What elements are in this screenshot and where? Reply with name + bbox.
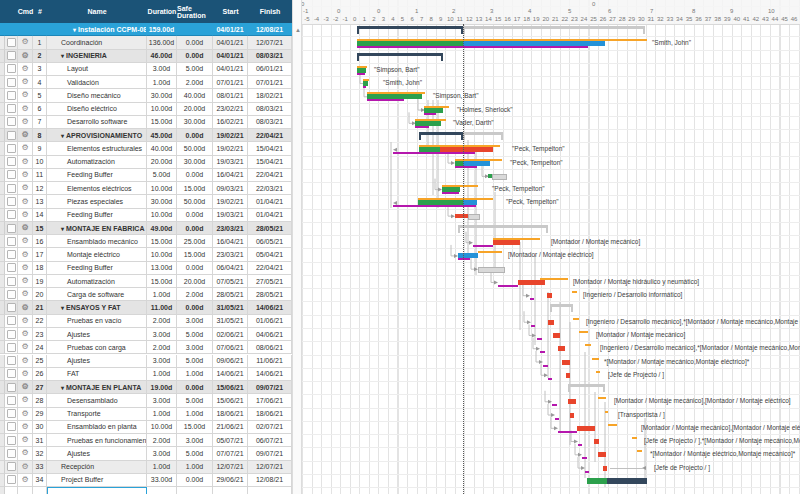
table-group-row[interactable]: ⚙21▾ENSAYOS Y FAT11.00d0.00d31/05/2114/0… [0,301,292,314]
table-row[interactable]: ▾Instalación CCPM-08159.00d04/01/2112/08… [0,23,292,36]
expand-caret-icon[interactable]: ▾ [61,384,64,391]
gantt-bar[interactable] [518,280,545,285]
summary-bar[interactable] [419,132,463,135]
row-checkbox[interactable] [7,91,16,100]
gantt-bar[interactable] [363,86,366,88]
gantt-bar[interactable] [603,466,607,471]
vertical-scrollbar[interactable]: ▲ [292,0,302,494]
gantt-bar[interactable] [558,346,565,351]
row-checkbox[interactable] [7,144,16,153]
table-row[interactable]: ⚙14Feeding Buffer10.00d0.00d19/03/2101/0… [0,209,292,222]
row-settings-gear-icon[interactable]: ⚙ [21,396,28,404]
gantt-bar[interactable] [468,214,480,220]
table-group-row[interactable]: ⚙2▾INGENIERIA46.00d0.00d04/01/2108/03/21 [0,50,292,63]
row-checkbox[interactable] [7,409,16,418]
table-row[interactable]: ⚙34Project Buffer33.00d0.00d29/06/2112/0… [0,474,292,487]
row-settings-gear-icon[interactable]: ⚙ [21,357,28,365]
expand-caret-icon[interactable]: ▾ [73,26,76,33]
gantt-bar[interactable] [367,99,404,101]
gantt-bar[interactable] [608,424,617,426]
gantt-bar[interactable] [537,338,542,340]
column-header-cmd[interactable]: Cmd [18,0,33,23]
gantt-bar[interactable] [493,240,520,245]
row-checkbox[interactable] [7,422,16,431]
table-row[interactable]: ⚙30Ensamblado en planta10.00d15.00d21/06… [0,421,292,434]
gantt-bar[interactable] [540,351,545,353]
row-settings-gear-icon[interactable]: ⚙ [21,65,28,73]
summary-bar[interactable] [643,26,645,34]
gantt-bar[interactable] [458,258,470,260]
table-row[interactable]: ⚙6Diseño eléctrico10.00d20.00d23/02/2108… [0,103,292,116]
gantt-bar[interactable] [637,450,642,452]
summary-bar[interactable] [463,26,645,29]
row-checkbox[interactable] [7,303,16,312]
row-settings-gear-icon[interactable]: ⚙ [21,264,28,272]
row-settings-gear-icon[interactable]: ⚙ [21,277,28,285]
gantt-bar[interactable] [605,411,608,413]
gantt-bar[interactable] [568,399,576,404]
row-settings-gear-icon[interactable]: ⚙ [21,78,28,86]
table-row[interactable]: ⚙28Desensamblado3.00d5.00d15/06/2117/06/… [0,394,292,407]
table-row[interactable]: ⚙12Elementos eléctricos10.00d15.00d09/03… [0,182,292,195]
row-checkbox[interactable] [7,237,16,246]
gantt-bar[interactable] [498,285,518,287]
summary-bar[interactable] [568,384,605,387]
table-row[interactable]: ⚙25Ajustes3.00d5.00d09/06/2111/06/21 [0,355,292,368]
row-checkbox[interactable] [7,104,16,113]
summary-bar[interactable] [546,225,548,233]
row-settings-gear-icon[interactable]: ⚙ [21,383,28,391]
gantt-bar[interactable] [577,426,595,431]
table-row[interactable]: ⚙20Carga de software1.00d2.00d28/05/2128… [0,288,292,301]
table-row[interactable]: ⚙1Coordinación136.00d0.00d04/01/2112/07/… [0,36,292,49]
row-settings-gear-icon[interactable]: ⚙ [21,237,28,245]
row-checkbox[interactable] [7,436,16,445]
gantt-bar[interactable] [548,378,552,380]
row-checkbox[interactable] [7,343,16,352]
row-checkbox[interactable] [7,290,16,299]
row-checkbox[interactable] [7,316,16,325]
table-row[interactable]: ⚙7Desarrollo software15.00d30.00d16/02/2… [0,116,292,129]
gantt-bar[interactable] [587,478,607,484]
row-settings-gear-icon[interactable]: ⚙ [21,224,28,232]
row-checkbox[interactable] [7,78,16,87]
gantt-bar[interactable] [582,457,587,459]
summary-bar[interactable] [458,225,460,233]
summary-bar[interactable] [357,26,359,34]
gantt-bar[interactable] [572,291,577,293]
summary-bar[interactable] [357,53,443,56]
table-row[interactable]: ⚙17Montaje eléctrico10.00d15.00d23/03/21… [0,248,292,261]
gantt-bar[interactable] [578,444,582,446]
table-row[interactable]: ⚙26FAT1.00d1.00d14/06/2114/06/21 [0,368,292,381]
summary-bar[interactable] [357,53,359,61]
row-checkbox[interactable] [7,38,16,47]
row-checkbox[interactable] [7,64,16,73]
row-settings-gear-icon[interactable]: ⚙ [21,330,28,338]
row-settings-gear-icon[interactable]: ⚙ [21,317,28,325]
column-header-start[interactable]: Start [213,0,248,23]
gantt-bar[interactable] [579,331,588,333]
gantt-bar[interactable] [478,251,502,253]
summary-bar[interactable] [458,225,548,228]
gantt-bar[interactable] [558,431,577,433]
row-checkbox[interactable] [7,51,16,60]
gantt-bar[interactable] [455,214,468,218]
expand-caret-icon[interactable]: ▾ [61,304,64,311]
row-settings-gear-icon[interactable]: ⚙ [21,436,28,444]
table-row[interactable]: ⚙29Transporte1.00d1.00d18/06/2118/06/21 [0,408,292,421]
column-header-num[interactable]: # [33,0,47,23]
row-settings-gear-icon[interactable]: ⚙ [21,370,28,378]
table-row[interactable]: ⚙24Pruebas con carga2.00d3.00d07/06/2108… [0,341,292,354]
row-checkbox[interactable] [7,184,16,193]
row-settings-gear-icon[interactable]: ⚙ [21,476,28,484]
gantt-bar[interactable] [442,192,459,194]
gantt-bar[interactable] [566,373,570,378]
table-row[interactable]: ⚙19Automatización15.00d20.00d07/05/2127/… [0,275,292,288]
table-row[interactable]: ⚙33Recepción1.00d1.00d12/07/2112/07/21 [0,461,292,474]
row-checkbox[interactable] [7,383,16,392]
gantt-bar[interactable] [632,437,637,439]
gantt-bar[interactable] [547,293,552,298]
gantt-bar[interactable] [455,166,477,168]
row-settings-gear-icon[interactable]: ⚙ [21,171,28,179]
gantt-bar[interactable] [552,404,557,406]
gantt-bar[interactable] [585,344,591,346]
